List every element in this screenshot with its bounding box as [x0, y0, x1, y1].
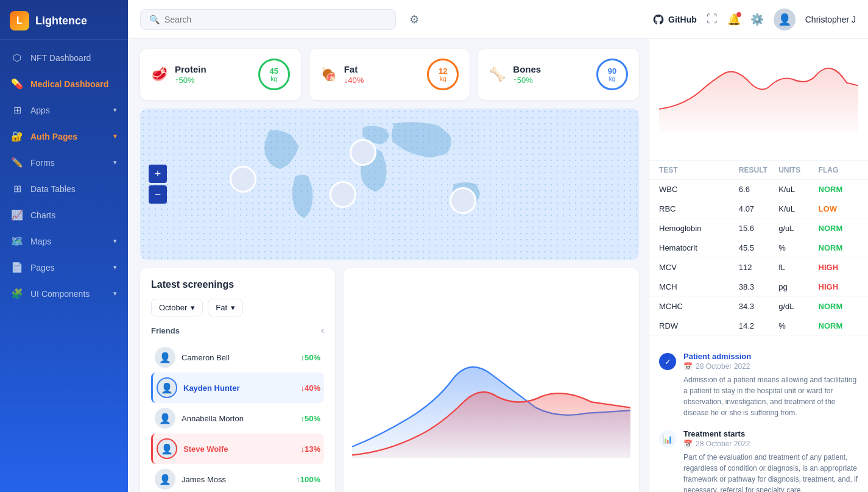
notifications-button[interactable]: 🔔: [727, 13, 741, 26]
kayden-avatar: 👤: [157, 377, 177, 398]
bones-label: Bones: [513, 64, 541, 74]
sidebar-item-forms[interactable]: ✏️ Forms ▾: [0, 149, 128, 176]
friend-item-cameron[interactable]: 👤 Cameron Bell ↑50%: [151, 342, 324, 373]
github-label: GitHub: [668, 15, 697, 24]
lab-col-test: Test: [659, 166, 739, 174]
sidebar-item-label: Auth Pages: [30, 132, 77, 141]
lab-flag: NORM: [819, 302, 858, 311]
treatment-dot: 📊: [659, 430, 676, 447]
sidebar-item-medical-dashboard[interactable]: 💊 Medical Dashboard: [0, 71, 128, 97]
month-filter-dropdown[interactable]: October ▾: [151, 299, 203, 316]
fat-unit: kg: [440, 76, 446, 82]
lab-row-wbc: WBC 6.6 K/uL NORM: [649, 180, 868, 199]
medical-dashboard-icon: 💊: [11, 78, 23, 90]
treatment-date: 📅 28 October 2022: [683, 440, 858, 448]
lab-results-table: Test Result Units Flag WBC 6.6 K/uL NORM…: [649, 161, 868, 343]
sidebar-item-charts[interactable]: 📈 Charts: [0, 202, 128, 228]
lab-table-header: Test Result Units Flag: [649, 161, 868, 180]
treatment-content: Treatment starts 📅 28 October 2022 Part …: [683, 429, 858, 492]
type-filter-dropdown[interactable]: Fat ▾: [208, 299, 243, 316]
data-tables-icon: ⊞: [11, 183, 23, 194]
apps-arrow-icon: ▾: [113, 106, 117, 114]
zoom-out-button[interactable]: −: [149, 185, 167, 204]
sidebar-item-maps[interactable]: 🗺️ Maps ▾: [0, 228, 128, 254]
lab-units: K/uL: [778, 204, 818, 213]
right-chart-section: [649, 39, 868, 161]
topbar-right: GitHub ⛶ 🔔 ⚙️ 👤 Christopher J: [652, 9, 856, 30]
lab-units: %: [778, 243, 818, 252]
fullscreen-icon: ⛶: [707, 13, 718, 25]
friend-item-steve[interactable]: 👤 Steve Wolfe ↓13%: [151, 433, 324, 464]
james-pct: ↑100%: [296, 475, 320, 484]
protein-left: 🥩 Protein ↑50%: [151, 64, 206, 85]
lab-test: MCV: [659, 263, 739, 272]
friends-header: Friends ‹: [151, 325, 324, 336]
maps-icon: 🗺️: [11, 235, 23, 247]
search-box[interactable]: 🔍: [140, 9, 396, 30]
ui-components-icon: 🧩: [11, 288, 23, 299]
fullscreen-button[interactable]: ⛶: [707, 13, 718, 26]
filter-button[interactable]: ⚙: [406, 9, 423, 30]
cameron-avatar: 👤: [155, 347, 175, 368]
sidebar-item-apps[interactable]: ⊞ Apps ▾: [0, 97, 128, 123]
sidebar: L Lightence ⬡ NFT Dashboard 💊 Medical Da…: [0, 0, 128, 492]
admission-desc: Admission of a patient means allowing an…: [683, 374, 858, 418]
fat-change: ↓40%: [344, 76, 364, 85]
treatment-event: Treatment starts: [683, 429, 858, 438]
pages-arrow-icon: ▾: [113, 263, 117, 271]
sidebar-logo: L Lightence: [0, 0, 128, 40]
sidebar-item-auth-pages[interactable]: 🔐 Auth Pages ▾: [0, 123, 128, 149]
charts-icon: 📈: [11, 209, 23, 221]
topbar: 🔍 ⚙ GitHub ⛶ 🔔 ⚙️ 👤 Christopher J: [128, 0, 868, 39]
type-filter-chevron: ▾: [231, 303, 235, 312]
lab-row-mch: MCH 38.3 pg HIGH: [649, 277, 868, 297]
lab-result: 15.6: [739, 224, 778, 233]
lab-result: 45.5: [739, 243, 778, 252]
settings-button[interactable]: ⚙️: [750, 13, 764, 26]
sidebar-item-ui-components[interactable]: 🧩 UI Components ▾: [0, 280, 128, 307]
protein-label: Protein: [175, 64, 206, 74]
lab-flag: NORM: [819, 321, 858, 330]
lab-flag: HIGH: [819, 263, 858, 272]
steve-name: Steve Wolfe: [183, 444, 228, 454]
friend-item-james[interactable]: 👤 James Moss ↑100%: [151, 464, 324, 492]
screenings-header: Latest screenings: [151, 279, 324, 290]
sidebar-item-data-tables[interactable]: ⊞ Data Tables: [0, 176, 128, 202]
friend-item-annabella[interactable]: 👤 Annabella Morton ↑50%: [151, 403, 324, 433]
right-chart-svg: [659, 49, 858, 134]
sidebar-item-label: Pages: [30, 263, 55, 273]
auth-pages-arrow-icon: ▾: [113, 132, 117, 140]
protein-value-circle: 45 kg: [258, 59, 290, 90]
right-panel: Test Result Units Flag WBC 6.6 K/uL NORM…: [649, 39, 868, 492]
ui-components-arrow-icon: ▾: [113, 290, 117, 298]
friend-item-kayden[interactable]: 👤 Kayden Hunter ↓40%: [151, 373, 324, 403]
bones-icon: 🦴: [489, 66, 506, 82]
protein-unit: kg: [270, 76, 277, 82]
logo-icon: L: [10, 11, 29, 30]
main-content: 🔍 ⚙ GitHub ⛶ 🔔 ⚙️ 👤 Christopher J: [128, 0, 868, 492]
admission-dot: ✓: [659, 353, 676, 370]
lab-test: WBC: [659, 185, 739, 194]
month-filter-value: October: [159, 303, 187, 312]
fat-value: 12: [439, 66, 447, 76]
github-link[interactable]: GitHub: [652, 13, 697, 26]
lab-row-mcv: MCV 112 fL HIGH: [649, 258, 868, 277]
sidebar-item-pages[interactable]: 📄 Pages ▾: [0, 254, 128, 280]
user-name: Christopher J: [805, 15, 856, 24]
lab-col-result: Result: [739, 166, 778, 174]
sidebar-item-nft-dashboard[interactable]: ⬡ NFT Dashboard: [0, 45, 128, 71]
lab-flag: NORM: [819, 185, 858, 194]
calendar-icon: 📅: [683, 440, 693, 448]
content-area: 🥩 Protein ↑50% 45 kg 🍖: [128, 39, 868, 492]
steve-avatar: 👤: [157, 438, 177, 459]
nft-dashboard-icon: ⬡: [11, 52, 23, 63]
sidebar-item-label: Apps: [30, 105, 50, 115]
protein-value: 45: [269, 66, 278, 76]
lab-row-mchc: MCHC 34.3 g/dL NORM: [649, 297, 868, 316]
bones-card: 🦴 Bones ↑50% 90 kg: [478, 49, 639, 100]
zoom-in-button[interactable]: +: [149, 165, 167, 183]
search-input[interactable]: [164, 15, 387, 24]
fat-label: Fat: [344, 64, 364, 74]
collapse-friends-button[interactable]: ‹: [321, 325, 324, 336]
forms-arrow-icon: ▾: [113, 159, 117, 166]
